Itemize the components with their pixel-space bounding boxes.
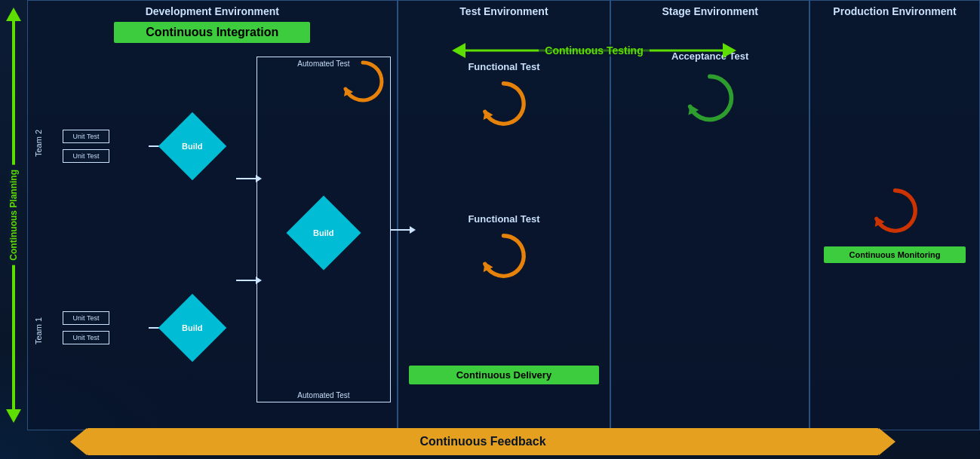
- team1-label: Team 1: [34, 317, 63, 344]
- continuous-feedback-label: Continuous Feedback: [419, 435, 545, 448]
- stage-env-title: Stage Environment: [617, 5, 803, 17]
- unit-test-box: Unit Test: [63, 130, 109, 143]
- team2-unit-tests: Unit Test Unit Test: [63, 130, 115, 163]
- functional-test-1-arrow: [475, 75, 532, 132]
- prod-env-title: Production Environment: [816, 5, 973, 17]
- unit-test-box: Unit Test: [63, 311, 109, 325]
- team2-label: Team 2: [34, 130, 63, 157]
- team1-build-row: Build: [115, 304, 249, 352]
- dev-environment-panel: Development Environment Continuous Integ…: [27, 0, 398, 430]
- center-build-label: Build: [313, 228, 334, 237]
- functional-test-2-label: Functional Test: [468, 213, 539, 225]
- continuous-delivery-bar: Continuous Delivery: [409, 366, 598, 384]
- unit-test-box: Unit Test: [63, 331, 109, 344]
- team2-build-diamond: Build: [158, 112, 226, 180]
- ci-refresh-arrow: [336, 55, 389, 108]
- dev-env-title: Development Environment: [34, 5, 391, 17]
- automated-test-bottom-label: Automated Test: [297, 391, 349, 399]
- team2-build-row: Build: [115, 122, 249, 170]
- acceptance-test-arrow: [680, 68, 740, 128]
- prod-refresh-arrow: [867, 182, 923, 239]
- functional-test-2-arrow: [475, 228, 532, 284]
- unit-test-box: Unit Test: [63, 149, 109, 163]
- automated-test-top: Automated Test: [257, 57, 390, 402]
- continuous-feedback-bar: Continuous Feedback: [87, 428, 879, 455]
- continuous-planning-arrow: Continuous Planning: [0, 0, 27, 430]
- team1-build-diamond: Build: [158, 294, 226, 363]
- test-environment-panel: Test Environment Functional Test Functio…: [398, 0, 611, 430]
- continuous-testing-label: Continuous Testing: [539, 44, 649, 57]
- functional-test-1-label: Functional Test: [468, 61, 539, 72]
- prod-environment-panel: Production Environment Continuous Monito…: [809, 0, 980, 430]
- ci-bar: Continuous Integration: [114, 22, 310, 43]
- build-label: Build: [182, 323, 203, 332]
- continuous-testing-arrow: Continuous Testing: [449, 39, 739, 62]
- center-build-diamond: Build: [286, 195, 361, 270]
- test-env-title: Test Environment: [404, 5, 604, 17]
- continuous-planning-label: Continuous Planning: [8, 165, 19, 265]
- stage-environment-panel: Stage Environment Acceptance Test: [610, 0, 809, 430]
- team1-unit-tests: Unit Test Unit Test: [63, 311, 115, 344]
- build-label: Build: [182, 142, 203, 151]
- continuous-monitoring-bar: Continuous Monitoring: [824, 246, 965, 263]
